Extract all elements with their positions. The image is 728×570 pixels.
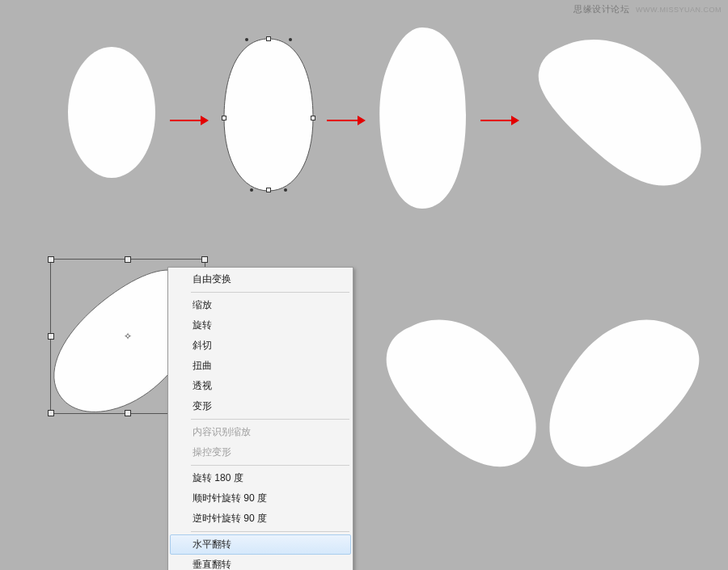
transform-handle[interactable] [48,410,54,416]
anchor-point[interactable] [266,36,271,41]
menu-separator [191,465,349,466]
arrow-icon [170,115,209,126]
menu-warp[interactable]: 变形 [170,396,351,416]
egg-path-shape[interactable] [221,36,316,194]
menu-flip-horizontal[interactable]: 水平翻转 [170,534,351,555]
transform-context-menu: 自由变换 缩放 旋转 斜切 扭曲 透视 变形 内容识别缩放 操控变形 旋转 18… [167,267,353,570]
arrow-icon [480,115,519,126]
menu-separator [191,531,349,532]
svg-marker-5 [511,116,519,125]
ellipse-shape[interactable] [68,47,155,178]
anchor-point[interactable] [266,188,271,192]
watermark: 思缘设计论坛 WWW.MISSYUAN.COM [574,3,722,15]
svg-marker-1 [201,116,209,125]
watermark-sub: WWW.MISSYUAN.COM [636,6,722,14]
transform-handle[interactable] [201,256,208,263]
bezier-handle[interactable] [250,188,253,192]
transform-handle[interactable] [48,333,54,340]
menu-rotate-ccw-90[interactable]: 逆时针旋转 90 度 [170,509,351,529]
menu-rotate[interactable]: 旋转 [170,315,351,336]
menu-scale[interactable]: 缩放 [170,295,351,315]
transform-handle[interactable] [125,256,131,263]
tilted-drop-shape[interactable] [529,36,707,189]
canvas: 思缘设计论坛 WWW.MISSYUAN.COM [0,0,728,570]
menu-separator [191,419,349,420]
menu-perspective[interactable]: 透视 [170,376,351,396]
menu-rotate-cw-90[interactable]: 顺时针旋转 90 度 [170,488,351,509]
pivot-icon[interactable]: ✧ [123,331,133,341]
menu-rotate-180[interactable]: 旋转 180 度 [170,468,351,488]
menu-puppet-warp: 操控变形 [170,442,351,462]
petal-right[interactable] [544,312,707,474]
arrow-icon [327,115,366,126]
bezier-handle[interactable] [289,38,292,41]
menu-flip-vertical[interactable]: 垂直翻转 [170,555,351,570]
menu-skew[interactable]: 斜切 [170,336,351,356]
anchor-point[interactable] [222,116,226,120]
transform-handle[interactable] [48,256,54,263]
transform-handle[interactable] [125,410,131,416]
menu-separator [191,292,349,293]
petal-left[interactable] [379,312,542,474]
menu-distort[interactable]: 扭曲 [170,356,351,376]
svg-marker-3 [358,116,366,125]
bezier-handle[interactable] [284,188,287,192]
menu-content-aware-scale: 内容识别缩放 [170,422,351,442]
bezier-handle[interactable] [245,38,248,41]
watermark-main: 思缘设计论坛 [574,4,629,14]
anchor-point[interactable] [311,116,315,120]
drop-shape[interactable] [377,26,468,210]
menu-free-transform[interactable]: 自由变换 [170,269,351,289]
